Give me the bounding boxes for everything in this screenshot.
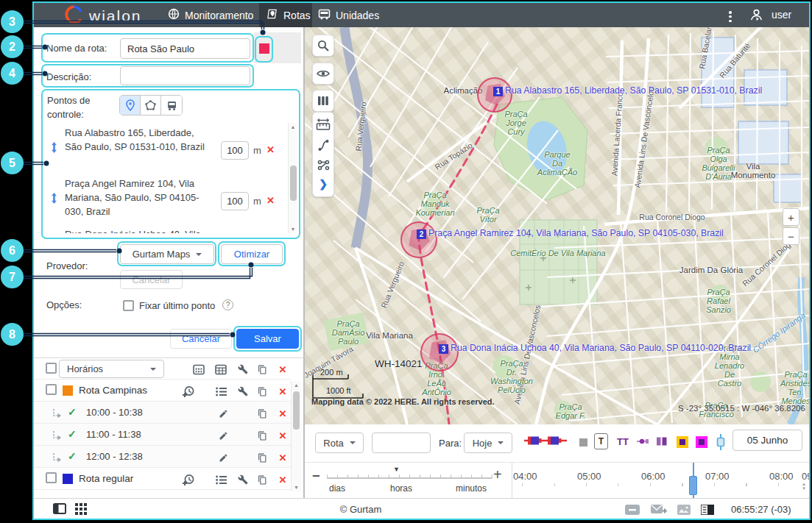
schedule-elbow-icon[interactable]: [50, 407, 63, 420]
tab-monitoramento[interactable]: Monitoramento: [168, 3, 253, 27]
delete-icon[interactable]: ✕: [276, 407, 289, 420]
delete-icon[interactable]: ✕: [276, 451, 289, 464]
routes-scroll-thumb[interactable]: [293, 391, 300, 430]
route-color-picker[interactable]: [259, 43, 269, 54]
route-copy-icon[interactable]: [255, 385, 269, 398]
zoom-out-button[interactable]: −: [783, 227, 799, 245]
apps-grid-icon[interactable]: [75, 503, 87, 517]
reorder-updown-icon[interactable]: [50, 142, 58, 155]
route-points-icon[interactable]: [214, 385, 227, 398]
contrast-icon[interactable]: [701, 505, 714, 517]
delete-icon[interactable]: ✕: [276, 429, 289, 442]
route-settings-icon[interactable]: [236, 473, 250, 486]
save-button[interactable]: Salvar: [236, 329, 299, 349]
route-mode-select[interactable]: Rota: [315, 433, 364, 453]
route-checkbox[interactable]: [46, 472, 57, 483]
fix-last-point-checkbox[interactable]: [123, 300, 134, 311]
provider-select[interactable]: Gurtam Maps: [120, 244, 214, 264]
scroll-up-icon[interactable]: ▲: [292, 383, 301, 388]
copy-schedule-icon[interactable]: [255, 429, 269, 442]
map-visibility-button[interactable]: [312, 63, 334, 85]
schedule-row[interactable]: ✓10:00 - 10:38✕: [34, 402, 291, 424]
nodes-icon[interactable]: [313, 160, 333, 171]
radius-input[interactable]: [221, 141, 249, 160]
tab-unidades[interactable]: Unidades: [318, 3, 379, 27]
scroll-down-icon[interactable]: ▼: [289, 227, 297, 232]
delete-icon[interactable]: ✕: [276, 385, 289, 398]
route-copy-icon[interactable]: [255, 473, 269, 486]
edit-schedule-icon[interactable]: [216, 451, 230, 464]
image-icon[interactable]: [677, 505, 691, 517]
route-points-icon[interactable]: [214, 473, 227, 486]
point-marker-icon[interactable]: [636, 436, 649, 446]
optimize-button[interactable]: Otimizar: [221, 244, 283, 264]
track-icon[interactable]: [313, 139, 333, 152]
route-settings-icon[interactable]: [236, 385, 250, 398]
timeline-zoom-pointer[interactable]: ▼: [393, 466, 400, 473]
table-grid-icon[interactable]: [214, 363, 227, 376]
geofence-circle[interactable]: [400, 221, 437, 258]
schedules-select[interactable]: Horários: [59, 360, 164, 378]
copy-schedule-icon[interactable]: [255, 407, 269, 420]
points-scrollbar[interactable]: ▲ ▼: [288, 123, 297, 233]
wrench-icon[interactable]: [236, 363, 250, 376]
select-all-checkbox[interactable]: [46, 363, 57, 374]
route-desc-input[interactable]: [120, 66, 250, 85]
edit-schedule-icon[interactable]: [216, 429, 230, 442]
points-scroll-thumb[interactable]: [290, 166, 297, 201]
timeline-cursor-handle[interactable]: [689, 476, 697, 495]
copy-icon[interactable]: [255, 363, 269, 376]
add-schedule-icon[interactable]: [181, 385, 194, 398]
reorder-updown-icon[interactable]: [50, 193, 58, 206]
tab-rotas-active[interactable]: Rotas: [259, 3, 312, 27]
copy-schedule-icon[interactable]: [255, 451, 269, 464]
date-button[interactable]: 05 Junho: [732, 430, 802, 451]
map-search-button[interactable]: [312, 35, 334, 57]
point-polygon-button[interactable]: [141, 96, 161, 115]
kebab-menu-icon[interactable]: [729, 10, 732, 24]
delete-point-icon[interactable]: ✕: [266, 195, 275, 206]
marker-number-badge[interactable]: 1: [493, 87, 503, 96]
panel-toggle-icon[interactable]: [53, 503, 66, 516]
timebar-filter-input[interactable]: [372, 433, 431, 453]
marker-yellow-icon[interactable]: [677, 436, 688, 448]
console-icon[interactable]: [625, 505, 640, 517]
help-icon[interactable]: ?: [222, 299, 233, 310]
timeline-zoom-out[interactable]: −: [312, 469, 320, 484]
gray-square-icon[interactable]: [579, 438, 587, 446]
route-row[interactable]: Rota Campinas✕: [34, 380, 291, 402]
point-unit-button[interactable]: [161, 96, 182, 115]
timeline-zoom-in[interactable]: +: [493, 466, 502, 483]
delete-icon[interactable]: ✕: [276, 473, 289, 486]
scroll-up-icon[interactable]: ▲: [289, 124, 297, 129]
route-name-input[interactable]: [120, 38, 250, 59]
route-checkbox[interactable]: [46, 384, 57, 395]
table-icon[interactable]: [192, 363, 205, 376]
map-layers-button[interactable]: [312, 90, 334, 112]
delete-point-icon[interactable]: ✕: [266, 144, 275, 155]
route-row[interactable]: Rota regular✕: [34, 468, 291, 490]
user-icon[interactable]: [749, 8, 763, 24]
interval-blocks-icon[interactable]: [656, 436, 668, 446]
add-schedule-icon[interactable]: [181, 473, 194, 486]
ruler-icon[interactable]: [313, 118, 333, 131]
radius-input[interactable]: [221, 192, 249, 210]
marker-number-badge[interactable]: 2: [417, 230, 426, 239]
day-select[interactable]: Hoje: [464, 433, 512, 453]
routes-scrollbar[interactable]: ▲ ▼: [291, 381, 301, 491]
edit-schedule-icon[interactable]: [216, 407, 230, 420]
schedule-elbow-icon[interactable]: [50, 429, 63, 442]
marker-magenta-icon[interactable]: [696, 436, 707, 448]
unit-minutos[interactable]: minutos: [456, 483, 487, 494]
text-large-icon[interactable]: TT: [617, 436, 629, 447]
scroll-down-icon[interactable]: ▼: [292, 485, 301, 490]
cancel-optimize-button[interactable]: Cancelar: [120, 270, 183, 289]
cancel-button[interactable]: Cancelar: [170, 329, 232, 349]
chevron-right-icon[interactable]: ❯: [313, 178, 333, 190]
user-name[interactable]: user: [772, 9, 791, 21]
mail-add-icon[interactable]: [651, 504, 667, 517]
zoom-in-button[interactable]: +: [783, 208, 799, 226]
slider-handle-icon[interactable]: [716, 434, 726, 450]
track-ribbon-icon[interactable]: [524, 435, 567, 446]
schedule-row[interactable]: ✓11:00 - 11:38✕: [34, 424, 291, 446]
